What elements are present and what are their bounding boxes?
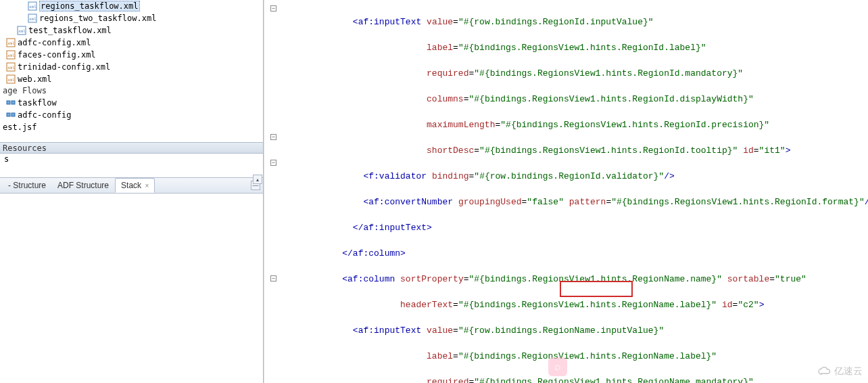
svg-rect-15 bbox=[11, 101, 15, 104]
chevron-up-icon: ▴ bbox=[256, 177, 259, 183]
tree-item-label: web.xml bbox=[18, 74, 52, 84]
page-flows-section[interactable]: age Flows bbox=[0, 85, 263, 97]
cloud-icon bbox=[818, 367, 831, 376]
tree-item-web-xml[interactable]: xml web.xml bbox=[0, 73, 263, 85]
code-line: required="#{bindings.RegionsView1.hints.… bbox=[268, 67, 868, 80]
resources-sub-label: s bbox=[0, 154, 263, 165]
svg-rect-16 bbox=[7, 113, 10, 116]
tree-item-adfc-config[interactable]: xml adfc-config.xml bbox=[0, 37, 263, 49]
tree-item-label: trinidad-config.xml bbox=[18, 62, 110, 72]
code-editor-panel: − − − − <af:inputText value="#{row.bindi… bbox=[264, 0, 868, 383]
tab-structure[interactable]: - Structure bbox=[3, 179, 52, 192]
code-editor-body[interactable]: <af:inputText value="#{row.bindings.Regi… bbox=[264, 0, 868, 383]
svg-text:xml: xml bbox=[18, 28, 26, 33]
tree-item-label: est.jsf bbox=[3, 122, 37, 132]
structure-panel-tabs: - Structure ADF Structure Stack × — bbox=[0, 177, 263, 194]
tab-stack[interactable]: Stack × bbox=[115, 178, 155, 193]
code-line: headerText="#{bindings.RegionsView1.hint… bbox=[268, 298, 868, 311]
tree-item-trinidad-config[interactable]: xml trinidad-config.xml bbox=[0, 61, 263, 73]
svg-text:xml: xml bbox=[7, 53, 15, 58]
scroll-up-button[interactable]: ▴ bbox=[253, 175, 262, 184]
close-icon[interactable]: × bbox=[145, 182, 149, 189]
tree-item-taskflow[interactable]: taskflow bbox=[0, 97, 263, 109]
code-line: <f:validator binding="#{row.bindings.Reg… bbox=[268, 170, 868, 183]
tree-item-faces-config[interactable]: xml faces-config.xml bbox=[0, 49, 263, 61]
resources-section-header[interactable]: Resources bbox=[0, 142, 263, 154]
svg-text:xml: xml bbox=[29, 16, 37, 21]
svg-text:xml: xml bbox=[29, 4, 37, 9]
svg-text:xml: xml bbox=[7, 41, 15, 45]
watermark-text: 亿速云 bbox=[834, 365, 863, 378]
xml-file-icon: xml bbox=[27, 13, 38, 24]
code-line: <af:inputText value="#{row.bindings.Regi… bbox=[268, 324, 868, 337]
tab-adf-structure[interactable]: ADF Structure bbox=[52, 179, 115, 192]
site-watermark: 亿速云 bbox=[818, 365, 863, 378]
tree-item-regions-taskflow[interactable]: xml regions_taskflow.xml bbox=[0, 0, 263, 12]
tree-item-regions-two-taskflow[interactable]: xml regions_two_taskflow.xml bbox=[0, 12, 263, 24]
code-line: </af:column> bbox=[268, 247, 868, 260]
tree-item-label: adfc-config.xml bbox=[18, 38, 91, 47]
flow-icon bbox=[5, 110, 16, 120]
search-icon: ⌕ bbox=[554, 361, 561, 373]
code-line: label="#{bindings.RegionsView1.hints.Reg… bbox=[268, 41, 868, 54]
tree-item-test-taskflow[interactable]: xml test_taskflow.xml bbox=[0, 24, 263, 37]
tree-item-label: test_taskflow.xml bbox=[28, 26, 112, 35]
code-line: </af:inputText> bbox=[268, 221, 868, 234]
svg-text:xml: xml bbox=[7, 65, 15, 70]
code-line: shortDesc="#{bindings.RegionsView1.hints… bbox=[268, 144, 868, 157]
tree-item-label: faces-config.xml bbox=[18, 50, 96, 60]
tree-item-label: adfc-config bbox=[18, 110, 71, 120]
code-line: maximumLength="#{bindings.RegionsView1.h… bbox=[268, 118, 868, 131]
code-line: label="#{bindings.RegionsView1.hints.Reg… bbox=[268, 350, 868, 363]
structure-panel-body bbox=[0, 194, 263, 383]
xml-file-icon: xml bbox=[5, 62, 16, 72]
tree-item-label: regions_two_taskflow.xml bbox=[39, 14, 156, 23]
code-line: <af:inputText value="#{row.bindings.Regi… bbox=[268, 16, 868, 28]
xml-file-icon: xml bbox=[16, 25, 27, 36]
code-line: columns="#{bindings.RegionsView1.hints.R… bbox=[268, 93, 868, 106]
svg-rect-14 bbox=[7, 101, 10, 104]
xml-file-icon: xml bbox=[5, 49, 16, 60]
tree-item-est-jsf[interactable]: est.jsf bbox=[0, 121, 263, 133]
tab-label: Stack bbox=[121, 181, 141, 190]
search-watermark-icon: ⌕ bbox=[548, 357, 567, 376]
tree-item-adfc-config-flow[interactable]: adfc-config bbox=[0, 109, 263, 121]
tree-item-label: regions_taskflow.xml bbox=[39, 1, 140, 12]
xml-file-icon: xml bbox=[5, 37, 16, 48]
svg-text:xml: xml bbox=[7, 77, 15, 82]
xml-file-icon: xml bbox=[5, 74, 16, 85]
code-line: <af:convertNumber groupingUsed="false" p… bbox=[268, 196, 868, 208]
flow-icon bbox=[5, 97, 16, 108]
tree-item-label: taskflow bbox=[18, 98, 57, 108]
project-tree[interactable]: xml regions_taskflow.xml xml regions_two… bbox=[0, 0, 263, 142]
svg-rect-17 bbox=[11, 113, 15, 116]
project-navigator-panel: xml regions_taskflow.xml xml regions_two… bbox=[0, 0, 264, 383]
xml-file-icon: xml bbox=[27, 1, 38, 12]
code-line: required="#{bindings.RegionsView1.hints.… bbox=[268, 376, 868, 383]
code-line: <af:column sortProperty="#{bindings.Regi… bbox=[268, 273, 868, 286]
